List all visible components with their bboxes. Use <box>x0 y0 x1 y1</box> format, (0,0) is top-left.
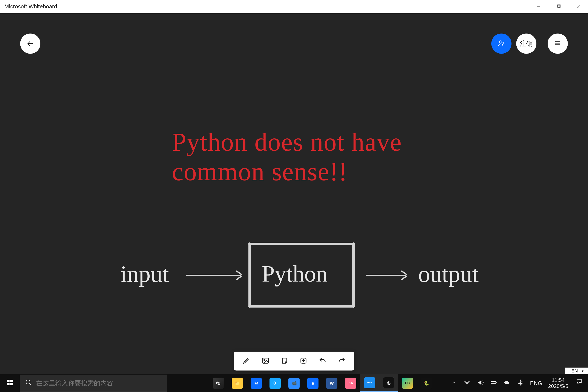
canvas-arrow-input-to-python[interactable] <box>186 275 241 276</box>
insert-note-button[interactable] <box>278 354 292 368</box>
redo-button[interactable] <box>335 354 348 368</box>
sign-out-label: 注销 <box>520 39 533 48</box>
svg-rect-18 <box>10 380 13 382</box>
tray-date: 2020/5/5 <box>548 383 568 389</box>
back-button[interactable] <box>20 34 40 54</box>
canvas-arrow-python-to-output[interactable] <box>366 275 406 276</box>
pen-tool-button[interactable] <box>240 354 253 368</box>
window-title: Microsoft Whiteboard <box>4 3 57 10</box>
svg-line-22 <box>30 384 31 385</box>
window-titlebar: Microsoft Whiteboard <box>0 0 588 13</box>
taskbar-cortana-button[interactable] <box>171 374 190 392</box>
svg-point-6 <box>500 41 502 43</box>
canvas-text-output[interactable]: output <box>418 260 478 288</box>
tray-wifi-icon[interactable] <box>463 379 471 387</box>
svg-rect-29 <box>496 382 497 383</box>
svg-rect-28 <box>491 382 496 384</box>
ime-lang-label: EN <box>571 368 578 374</box>
undo-icon <box>319 357 326 365</box>
taskbar-search[interactable] <box>20 374 167 392</box>
taskbar-search-input[interactable] <box>36 375 167 392</box>
taskbar-app-store[interactable]: 🛍 <box>209 374 228 392</box>
svg-rect-2 <box>558 5 560 8</box>
taskbar-app-pycharm[interactable]: PC <box>398 374 417 392</box>
hamburger-icon <box>554 40 561 48</box>
svg-rect-19 <box>7 383 10 385</box>
plus-icon <box>300 357 307 365</box>
taskbar-app-obs[interactable]: ◎ <box>379 374 398 392</box>
tray-bluetooth-icon[interactable] <box>517 379 524 387</box>
tray-clock[interactable]: 11:54 2020/5/5 <box>548 377 568 389</box>
windows-taskbar: 🛍 📁 ✉ ✈ 📹 e W bili 〰 ◎ PC 🐍 ENG 11:54 20… <box>0 374 588 392</box>
tray-time: 11:54 <box>548 377 568 383</box>
taskbar-app-whiteboard[interactable]: 〰 <box>360 374 379 392</box>
tray-ime-lang[interactable]: ENG <box>530 380 542 387</box>
taskbar-taskview-button[interactable] <box>190 374 209 392</box>
insert-image-button[interactable] <box>258 354 272 368</box>
undo-button[interactable] <box>316 354 330 368</box>
svg-point-21 <box>26 380 30 384</box>
svg-rect-1 <box>557 5 560 8</box>
window-maximize-button[interactable] <box>548 0 568 13</box>
image-icon <box>262 357 269 365</box>
sign-out-button[interactable]: 注销 <box>516 34 536 54</box>
tray-volume-icon[interactable] <box>477 379 484 387</box>
whiteboard-toolbar <box>234 352 354 370</box>
svg-point-27 <box>467 384 468 385</box>
add-menu-button[interactable] <box>296 354 310 368</box>
svg-point-13 <box>264 359 265 360</box>
windows-logo-icon <box>6 379 14 388</box>
system-tray: ENG 11:54 2020/5/5 <box>445 374 588 392</box>
window-minimize-button[interactable] <box>529 0 548 13</box>
taskbar-app-bilibili[interactable]: bili <box>341 374 360 392</box>
pen-icon <box>242 357 250 365</box>
taskbar-app-zoom[interactable]: 📹 <box>284 374 304 392</box>
taskbar-app-dingtalk[interactable]: ✈ <box>266 374 284 392</box>
taskbar-app-python[interactable]: 🐍 <box>417 374 436 392</box>
invite-button[interactable] <box>491 34 512 54</box>
start-button[interactable] <box>0 374 20 392</box>
search-icon <box>20 379 36 388</box>
note-icon <box>281 357 288 365</box>
taskbar-app-mail[interactable]: ✉ <box>247 374 266 392</box>
canvas-box-python[interactable] <box>248 243 354 308</box>
canvas-text-headline[interactable]: Python does not have common sense!! <box>172 127 402 186</box>
taskbar-app-explorer[interactable]: 📁 <box>228 374 247 392</box>
svg-rect-17 <box>7 380 10 382</box>
window-close-button[interactable] <box>568 0 588 13</box>
ime-indicator[interactable]: EN ▾ <box>565 368 588 374</box>
person-add-icon <box>498 40 505 48</box>
taskbar-app-word[interactable]: W <box>322 374 341 392</box>
svg-rect-12 <box>262 358 268 363</box>
tray-onedrive-icon[interactable] <box>503 379 511 387</box>
taskbar-app-edge[interactable]: e <box>304 374 322 392</box>
whiteboard-canvas-area[interactable]: 注销 Python does not have common sense!! i… <box>0 13 588 374</box>
tray-action-center-button[interactable] <box>574 378 584 388</box>
redo-icon <box>338 357 346 365</box>
svg-rect-20 <box>10 383 13 385</box>
canvas-text-input[interactable]: input <box>120 260 169 288</box>
settings-menu-button[interactable] <box>548 34 568 54</box>
tray-battery-icon[interactable] <box>490 379 497 387</box>
ime-caret-icon: ▾ <box>582 369 584 373</box>
tray-overflow-button[interactable] <box>450 380 457 387</box>
